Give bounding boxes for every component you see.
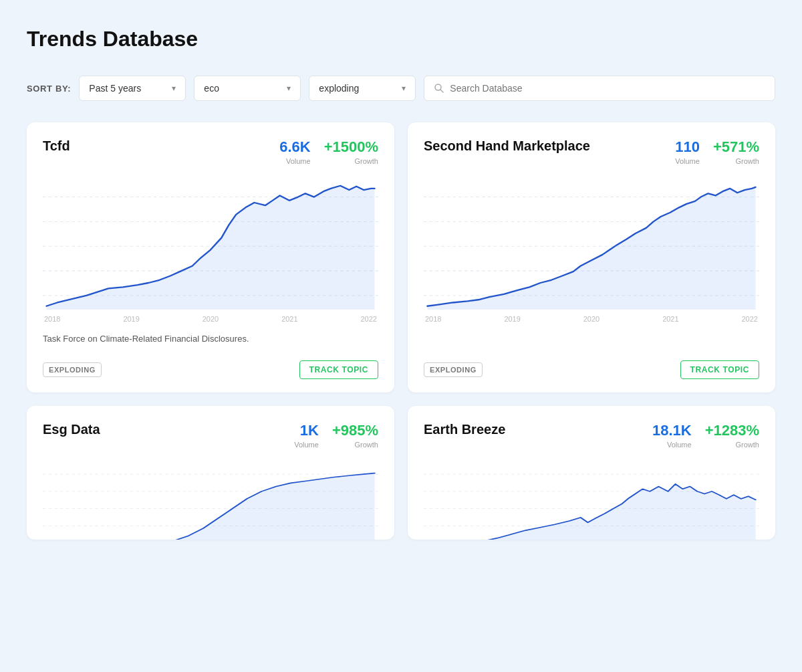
volume-stat: 1K Volume xyxy=(294,422,319,449)
badge-exploding: EXPLODING xyxy=(43,362,102,377)
card-footer: EXPLODING TRACK TOPIC xyxy=(43,360,378,379)
year-label: 2022 xyxy=(742,315,758,323)
card-header: Esg Data 1K Volume +985% Growth xyxy=(43,422,378,449)
year-label: 2018 xyxy=(425,315,441,323)
year-label: 2020 xyxy=(203,315,219,323)
growth-label: Growth xyxy=(332,441,378,449)
type-value: exploding xyxy=(319,83,359,94)
card-stats: 110 Volume +571% Growth xyxy=(675,138,759,165)
time-period-dropdown[interactable]: Past 5 years ▾ xyxy=(79,76,186,101)
volume-label: Volume xyxy=(652,441,692,449)
growth-label: Growth xyxy=(705,441,759,449)
chart-xaxis: 20182019202020212022 xyxy=(43,315,378,323)
growth-value: +985% xyxy=(332,422,378,439)
volume-stat: 110 Volume xyxy=(675,138,700,165)
growth-stat: +1500% Growth xyxy=(324,138,378,165)
volume-label: Volume xyxy=(675,157,700,165)
search-icon xyxy=(434,83,444,94)
track-topic-button[interactable]: TRACK TOPIC xyxy=(680,360,759,379)
chart-area xyxy=(43,459,378,540)
year-label: 2021 xyxy=(281,315,297,323)
track-topic-button[interactable]: TRACK TOPIC xyxy=(299,360,378,379)
card-second-hand-marketplace: Second Hand Marketplace 110 Volume +571%… xyxy=(408,122,775,393)
svg-marker-19 xyxy=(46,473,374,540)
svg-line-1 xyxy=(440,90,443,92)
year-label: 2020 xyxy=(583,315,599,323)
type-dropdown[interactable]: exploding ▾ xyxy=(309,76,416,101)
cards-grid: Tcfd 6.6K Volume +1500% Growth 201820192… xyxy=(27,122,775,540)
badge-exploding: EXPLODING xyxy=(424,362,483,377)
chart-area xyxy=(43,176,378,310)
card-earth-breeze: Earth Breeze 18.1K Volume +1283% Growth … xyxy=(408,406,775,540)
year-label: 2021 xyxy=(662,315,678,323)
year-label: 2022 xyxy=(361,315,377,323)
volume-value: 18.1K xyxy=(652,422,692,439)
card-description: Task Force on Climate-Related Financial … xyxy=(43,334,378,347)
category-dropdown[interactable]: eco ▾ xyxy=(194,76,301,101)
volume-label: Volume xyxy=(294,441,319,449)
card-footer: EXPLODING TRACK TOPIC xyxy=(424,360,759,379)
year-label: 2019 xyxy=(123,315,139,323)
volume-label: Volume xyxy=(279,157,310,165)
search-box[interactable] xyxy=(424,76,775,101)
filter-bar: SORT BY: Past 5 years ▾ eco ▾ exploding … xyxy=(27,76,775,101)
card-stats: 6.6K Volume +1500% Growth xyxy=(279,138,378,165)
card-title: Earth Breeze xyxy=(424,422,505,437)
sort-label: SORT BY: xyxy=(27,84,71,94)
card-title: Second Hand Marketplace xyxy=(424,138,590,154)
card-stats: 1K Volume +985% Growth xyxy=(294,422,378,449)
growth-label: Growth xyxy=(713,157,759,165)
card-title: Tcfd xyxy=(43,138,70,154)
card-description xyxy=(424,334,759,347)
card-header: Earth Breeze 18.1K Volume +1283% Growth xyxy=(424,422,759,449)
chevron-down-icon: ▾ xyxy=(402,84,406,93)
growth-stat: +985% Growth xyxy=(332,422,378,449)
chevron-down-icon: ▾ xyxy=(172,84,176,93)
card-title: Esg Data xyxy=(43,422,100,437)
growth-stat: +1283% Growth xyxy=(705,422,759,449)
volume-stat: 18.1K Volume xyxy=(652,422,692,449)
card-header: Tcfd 6.6K Volume +1500% Growth xyxy=(43,138,378,165)
card-stats: 18.1K Volume +1283% Growth xyxy=(652,422,759,449)
svg-marker-25 xyxy=(427,484,755,540)
volume-value: 6.6K xyxy=(279,138,310,156)
search-input[interactable] xyxy=(450,83,765,94)
year-label: 2019 xyxy=(504,315,520,323)
volume-value: 1K xyxy=(294,422,319,439)
time-period-value: Past 5 years xyxy=(89,83,141,94)
year-label: 2018 xyxy=(44,315,60,323)
svg-marker-13 xyxy=(427,187,755,310)
card-header: Second Hand Marketplace 110 Volume +571%… xyxy=(424,138,759,165)
growth-value: +1500% xyxy=(324,138,378,156)
growth-stat: +571% Growth xyxy=(713,138,759,165)
growth-value: +1283% xyxy=(705,422,759,439)
svg-marker-7 xyxy=(46,186,374,310)
growth-value: +571% xyxy=(713,138,759,156)
category-value: eco xyxy=(204,83,219,94)
chart-xaxis: 20182019202020212022 xyxy=(424,315,759,323)
chart-area xyxy=(424,459,759,540)
volume-value: 110 xyxy=(675,138,700,156)
volume-stat: 6.6K Volume xyxy=(279,138,310,165)
chevron-down-icon: ▾ xyxy=(287,84,291,93)
card-tcfd: Tcfd 6.6K Volume +1500% Growth 201820192… xyxy=(27,122,394,393)
chart-area xyxy=(424,176,759,310)
card-esg-data: Esg Data 1K Volume +985% Growth 20182019… xyxy=(27,406,394,540)
page-title: Trends Database xyxy=(27,27,775,51)
growth-label: Growth xyxy=(324,157,378,165)
